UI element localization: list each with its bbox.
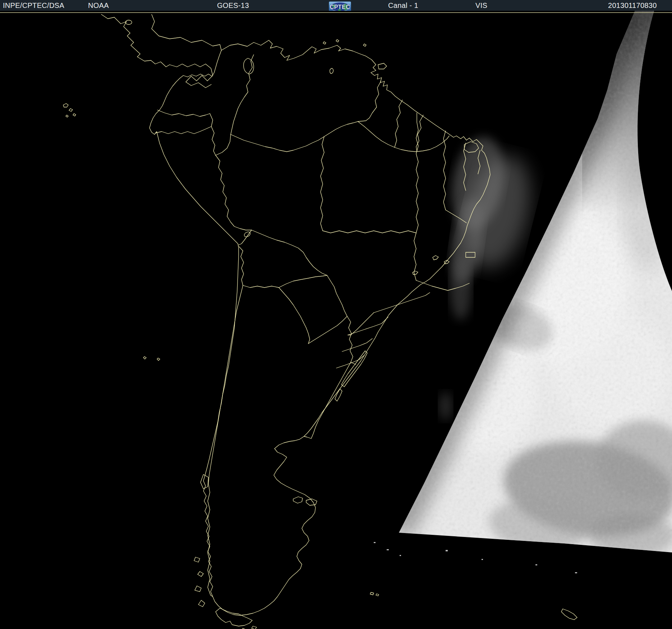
agency-label: INPE/CPTEC/DSA — [3, 1, 64, 10]
timestamp-label: 201301170830 — [608, 1, 657, 10]
satellite-image-area — [0, 11, 672, 629]
logo-text: CPTEC — [330, 4, 350, 10]
channel-label: Canal - 1 — [388, 1, 418, 10]
satellite-label: GOES-13 — [217, 1, 249, 10]
title-bar: INPE/CPTEC/DSA NOAA GOES-13 CPTEC Canal … — [0, 0, 672, 11]
band-label: VIS — [475, 1, 487, 10]
goes13-vis-image — [0, 11, 672, 629]
noaa-label: NOAA — [88, 1, 109, 10]
